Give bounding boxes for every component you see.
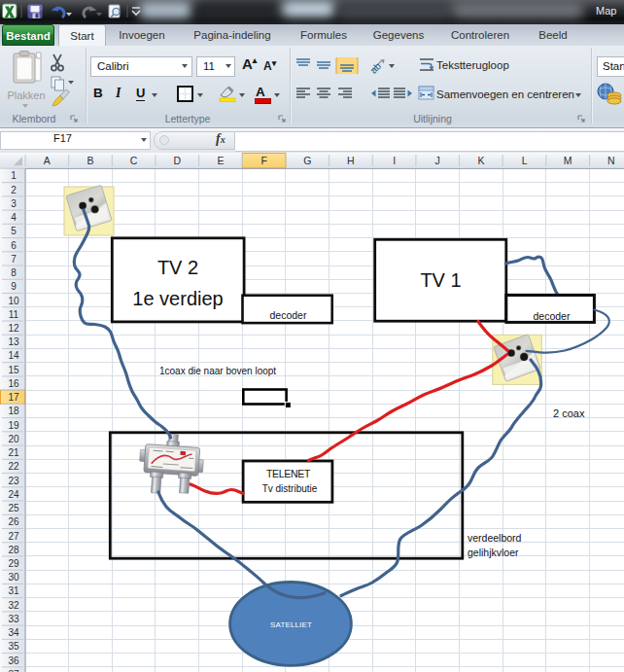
svg-text:32: 32 [8, 600, 19, 611]
svg-text:1e verdiep: 1e verdiep [132, 288, 223, 309]
svg-text:20: 20 [8, 434, 19, 444]
svg-text:12: 12 [8, 323, 19, 334]
svg-text:gelihjkvloer: gelihjkvloer [468, 547, 519, 558]
svg-text:8: 8 [11, 267, 17, 278]
svg-text:2 coax: 2 coax [553, 407, 585, 419]
svg-text:21: 21 [8, 447, 19, 458]
svg-text:1: 1 [11, 170, 17, 181]
svg-text:18: 18 [8, 406, 19, 416]
svg-text:E: E [217, 155, 224, 166]
svg-text:14: 14 [8, 350, 19, 361]
svg-text:C: C [130, 155, 138, 166]
svg-text:M: M [564, 155, 572, 166]
svg-text:10: 10 [8, 296, 19, 306]
svg-text:H: H [347, 155, 355, 166]
svg-text:3: 3 [11, 198, 17, 209]
svg-text:16: 16 [8, 378, 19, 389]
svg-text:19: 19 [8, 420, 19, 431]
svg-text:N: N [607, 155, 615, 166]
svg-text:D: D [174, 155, 182, 166]
svg-text:decoder: decoder [534, 310, 571, 322]
svg-text:6: 6 [11, 240, 17, 251]
svg-text:verdeelbord: verdeelbord [468, 532, 522, 544]
svg-text:23: 23 [8, 476, 19, 486]
svg-text:ab: ab [368, 60, 384, 75]
svg-text:L: L [522, 155, 528, 166]
svg-text:27: 27 [8, 531, 19, 542]
svg-text:Tv distributie: Tv distributie [262, 483, 318, 494]
svg-text:17: 17 [8, 392, 19, 403]
svg-text:28: 28 [8, 545, 19, 555]
svg-text:4: 4 [11, 212, 17, 223]
svg-text:TELENET: TELENET [266, 468, 311, 479]
svg-text:5: 5 [11, 226, 17, 236]
svg-text:J: J [435, 155, 440, 166]
svg-text:24: 24 [8, 489, 19, 500]
svg-text:K: K [477, 155, 484, 166]
svg-text:11: 11 [9, 309, 19, 320]
svg-text:7: 7 [11, 254, 17, 265]
svg-text:G: G [303, 155, 311, 166]
svg-text:1coax die naar boven loopt: 1coax die naar boven loopt [159, 366, 276, 376]
svg-text:30: 30 [8, 572, 19, 583]
svg-text:29: 29 [8, 558, 19, 569]
svg-text:A: A [44, 155, 51, 166]
svg-text:34: 34 [8, 627, 19, 638]
svg-text:33: 33 [8, 614, 19, 624]
svg-text:TV 2: TV 2 [157, 257, 198, 278]
svg-text:36: 36 [8, 655, 19, 666]
svg-text:13: 13 [8, 336, 19, 347]
svg-text:15: 15 [8, 365, 19, 375]
svg-text:2: 2 [11, 185, 17, 195]
svg-text:TV 1: TV 1 [420, 269, 461, 291]
svg-text:SATELLIET: SATELLIET [270, 620, 312, 629]
svg-text:35: 35 [8, 641, 19, 652]
svg-text:decoder: decoder [270, 309, 307, 321]
svg-text:I: I [393, 155, 396, 166]
svg-text:22: 22 [8, 461, 19, 472]
svg-text:9: 9 [11, 281, 17, 292]
svg-text:B: B [87, 155, 93, 166]
svg-text:F: F [260, 155, 266, 166]
svg-text:26: 26 [8, 516, 19, 527]
svg-text:25: 25 [8, 503, 19, 513]
svg-text:31: 31 [8, 585, 19, 596]
